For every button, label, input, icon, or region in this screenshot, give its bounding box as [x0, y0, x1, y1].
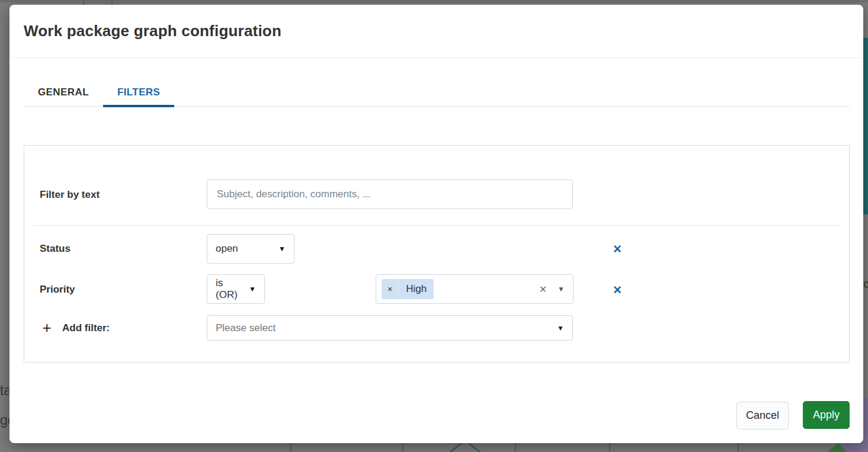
background-text-fragment: c — [863, 276, 868, 291]
filters-panel: Filter by text Status open ▼ ✕ Priority … — [24, 145, 850, 363]
background-grid-line — [402, 443, 403, 452]
background-chart-teal-bar — [863, 38, 868, 214]
background-grid-line — [290, 443, 292, 452]
status-filter-label: Status — [40, 243, 71, 255]
priority-value-text: High — [399, 279, 434, 299]
dialog-title: Work package graph configuration — [24, 22, 281, 40]
background-text-fragment: ta — [0, 383, 9, 398]
chevron-down-icon: ▼ — [549, 324, 564, 332]
background-grid-line — [738, 443, 739, 452]
divider — [33, 225, 841, 226]
priority-value-chip: × High — [382, 279, 434, 299]
status-operator-select[interactable]: open ▼ — [207, 234, 294, 264]
chevron-down-icon: ▼ — [241, 285, 256, 293]
clear-selection-icon[interactable]: ✕ — [537, 284, 549, 295]
priority-operator-select[interactable]: is (OR) ▼ — [207, 274, 265, 304]
filter-by-text-input[interactable] — [207, 179, 573, 209]
background-grid-line — [609, 443, 610, 452]
status-operator-value: open — [216, 243, 238, 255]
chip-remove-icon[interactable]: × — [382, 279, 399, 299]
dialog-header: Work package graph configuration — [9, 5, 863, 58]
add-filter-select[interactable]: Please select ▼ — [207, 315, 573, 341]
priority-filter-label: Priority — [40, 284, 75, 296]
background-text-fragment: ge — [0, 412, 9, 428]
priority-operator-value: is (OR) — [216, 277, 241, 301]
background-table-header — [0, 0, 868, 2]
background-grid-line — [515, 443, 516, 452]
tab-bar: GENERAL FILTERS — [24, 80, 850, 107]
tab-general[interactable]: GENERAL — [24, 80, 103, 107]
chevron-down-icon[interactable]: ▼ — [558, 285, 565, 293]
add-filter-label: Add filter: — [62, 322, 110, 334]
add-icon: + — [40, 320, 54, 335]
tab-filters[interactable]: FILTERS — [103, 80, 174, 107]
cancel-button[interactable]: Cancel — [736, 402, 789, 429]
priority-values-multiselect[interactable]: × High ✕ ▼ — [376, 274, 574, 304]
add-filter-placeholder: Please select — [216, 322, 276, 334]
remove-status-filter-button[interactable]: ✕ — [610, 241, 625, 257]
remove-priority-filter-button[interactable]: ✕ — [610, 282, 625, 297]
work-package-graph-configuration-dialog: Work package graph configuration GENERAL… — [9, 5, 863, 443]
chevron-down-icon: ▼ — [270, 245, 286, 253]
apply-button[interactable]: Apply — [803, 401, 850, 429]
filter-by-text-label: Filter by text — [40, 189, 100, 201]
